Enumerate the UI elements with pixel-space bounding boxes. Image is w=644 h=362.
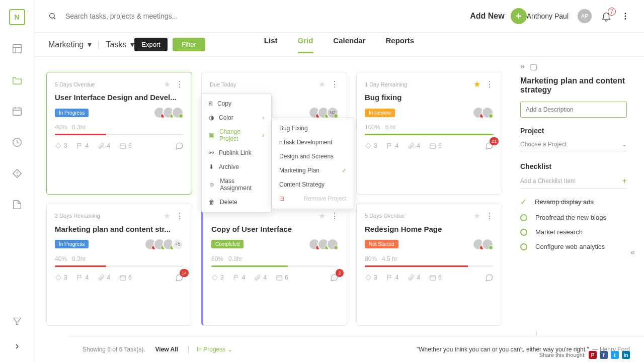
assignees — [156, 107, 184, 119]
tab-list[interactable]: List — [264, 36, 278, 53]
linkedin-icon[interactable]: in — [622, 351, 630, 359]
task-card[interactable]: 1 Day Remaining★⋮Bug fixingIn Review100%… — [356, 72, 502, 195]
search-icon[interactable] — [48, 12, 56, 20]
avatar[interactable] — [327, 238, 339, 250]
svg-point-16 — [625, 18, 626, 20]
user-name[interactable]: Anthony Paul — [527, 12, 569, 20]
footer-left: Showing 6 of 6 Task(s). View All In Prog… — [83, 346, 232, 353]
filter-button[interactable]: Filter — [173, 38, 205, 51]
comments-icon[interactable]: 2 — [330, 273, 339, 282]
star-icon[interactable]: ★ — [164, 79, 171, 89]
palette-icon: ◑ — [209, 114, 214, 121]
meta-flag: 4 — [386, 142, 399, 149]
task-card[interactable]: 5 Days Overdue★⋮Redesign Home PageNot St… — [356, 204, 502, 326]
nav-dashboard-icon[interactable] — [12, 43, 23, 54]
menu-mass-assignment[interactable]: ☺Mass Assignment — [202, 174, 271, 195]
menu-color[interactable]: ◑Color› — [202, 111, 271, 125]
menu-delete[interactable]: 🗑Delete — [202, 195, 271, 209]
assignees — [311, 238, 339, 250]
star-icon[interactable]: ★ — [473, 211, 480, 221]
avatar[interactable] — [481, 107, 494, 119]
tab-grid[interactable]: Grid — [297, 36, 313, 53]
nav-time-icon[interactable] — [12, 137, 23, 148]
card-menu-icon[interactable]: ⋮ — [486, 79, 494, 89]
user-avatar[interactable]: AP — [578, 9, 592, 23]
checklist-item[interactable]: Market research — [520, 228, 635, 236]
checklist-item[interactable]: Proofread the new blogs — [520, 214, 635, 221]
avatar[interactable] — [481, 238, 494, 250]
svg-point-15 — [625, 16, 626, 17]
check-circle-icon — [520, 214, 527, 221]
nav-issues-icon[interactable] — [12, 168, 23, 179]
avatar[interactable] — [172, 107, 184, 119]
view-all-link[interactable]: View All — [155, 346, 178, 353]
breadcrumb-project[interactable]: Marketing▾ — [48, 40, 92, 49]
star-icon[interactable]: ★ — [318, 79, 326, 89]
star-icon[interactable]: ★ — [318, 211, 326, 221]
add-new-button[interactable]: Add New + — [470, 8, 526, 24]
nav-projects-icon[interactable] — [12, 74, 23, 85]
card-menu-icon[interactable]: ⋮ — [176, 211, 184, 221]
nav-calendar-icon[interactable] — [12, 106, 23, 117]
add-checklist-item[interactable]: Add a Checklist Item+ — [520, 176, 627, 189]
expand-sidebar-icon[interactable] — [12, 341, 23, 352]
submenu-remove[interactable]: ⊟Remove Project — [272, 192, 354, 206]
menu-change-project[interactable]: ▣Change Project› — [202, 125, 271, 146]
meta-date: 6 — [429, 274, 442, 281]
task-card[interactable]: 2 Days Remaining★⋮Marketing plan and con… — [46, 204, 192, 326]
menu-public-link[interactable]: ⚯Publink Link — [202, 146, 271, 160]
task-card[interactable]: 5 Days Overdue★⋮User Interface Design an… — [46, 72, 192, 195]
comments-icon[interactable] — [485, 273, 494, 282]
project-select[interactable]: Choose a Project⌄ — [520, 141, 627, 151]
submenu-design[interactable]: Design and Screens — [272, 149, 354, 163]
card-menu-icon[interactable]: ⋮ — [176, 79, 184, 89]
comments-icon[interactable] — [175, 141, 184, 150]
comments-icon[interactable]: 14 — [175, 273, 184, 282]
collapse-panel-icon[interactable]: « — [630, 248, 635, 257]
facebook-icon[interactable]: f — [600, 351, 608, 359]
meta-flag: 4 — [386, 274, 399, 281]
more-menu-icon[interactable] — [621, 12, 630, 21]
comments-icon[interactable]: 21 — [485, 141, 494, 150]
svg-rect-27 — [120, 275, 126, 280]
status-badge: In Review — [365, 109, 395, 117]
tab-reports[interactable]: Reports — [386, 36, 415, 53]
app-logo[interactable] — [9, 9, 25, 25]
search-input[interactable] — [65, 12, 216, 20]
svg-marker-11 — [14, 318, 21, 324]
submenu-content[interactable]: Content Strategy — [272, 177, 354, 192]
meta-date: 6 — [429, 142, 442, 149]
card-title: Copy of User Interface — [211, 225, 339, 233]
twitter-icon[interactable]: t — [611, 351, 619, 359]
checklist-section-label: Checklist — [520, 162, 635, 170]
meta-date: 6 — [119, 274, 132, 281]
subbar-actions: Export Filter — [134, 38, 205, 51]
star-icon[interactable]: ★ — [164, 211, 171, 221]
submenu-marketing[interactable]: Marketing Plan✓ — [272, 163, 354, 177]
tab-calendar[interactable]: Calendar — [333, 36, 365, 53]
description-input[interactable] — [520, 102, 627, 118]
menu-copy[interactable]: ⎘Copy — [202, 97, 271, 111]
card-menu-icon[interactable]: ⋮ — [331, 211, 339, 221]
checklist-item[interactable]: ✓Revamp display ads — [520, 197, 635, 207]
avatar[interactable]: NZ — [327, 107, 339, 119]
card-menu-icon[interactable]: ⋮ — [486, 211, 494, 221]
card-menu-icon[interactable]: ⋮ — [331, 79, 339, 89]
filter-icon[interactable] — [12, 316, 23, 327]
expand-panel-icon[interactable]: » — [520, 62, 525, 71]
star-icon[interactable]: ★ — [473, 79, 480, 89]
in-progress-filter[interactable]: In Progess ⌄ — [188, 346, 232, 353]
pinterest-icon[interactable]: P — [589, 351, 597, 359]
avatar-more[interactable]: +5 — [172, 238, 184, 250]
card-title: Marketing plan and content str... — [55, 225, 184, 233]
breadcrumb-view[interactable]: Tasks▾ — [106, 40, 134, 49]
notifications-icon[interactable]: 7 — [601, 11, 612, 22]
open-window-icon[interactable]: ▢ — [530, 62, 537, 71]
submenu-ntask[interactable]: nTask Development — [272, 135, 354, 149]
checklist-item[interactable]: Configure web analytics — [520, 243, 635, 250]
menu-archive[interactable]: ⬇Archive — [202, 160, 271, 174]
export-button[interactable]: Export — [134, 38, 168, 51]
nav-reports-icon[interactable] — [12, 199, 23, 210]
task-card[interactable]: ★⋮Copy of User InterfaceCompleted60%0.3h… — [201, 204, 347, 326]
submenu-bug-fixing[interactable]: Bug Fixing — [272, 121, 354, 135]
